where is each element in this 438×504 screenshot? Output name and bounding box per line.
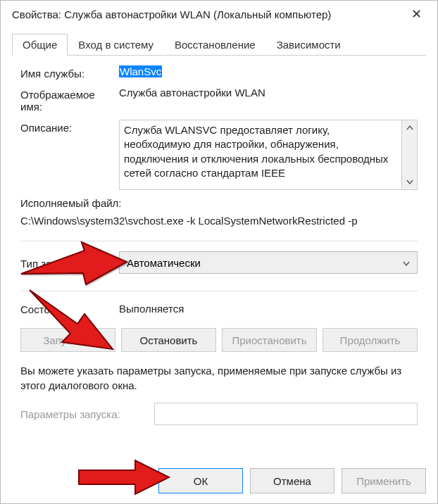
service-name-value: WlanSvc bbox=[119, 65, 418, 77]
startup-type-value: Автоматически bbox=[127, 257, 201, 269]
start-params-input bbox=[154, 403, 418, 425]
description-box: Служба WLANSVC предоставляет логику, нео… bbox=[119, 120, 418, 190]
apply-button: Применить bbox=[342, 468, 426, 493]
exe-path: C:\Windows\system32\svchost.exe -k Local… bbox=[20, 215, 418, 227]
scroll-up-icon[interactable] bbox=[402, 120, 417, 136]
pause-button: Приостановить bbox=[222, 328, 317, 352]
close-icon[interactable]: ✕ bbox=[402, 6, 430, 22]
separator bbox=[20, 291, 418, 291]
start-params-label: Параметры запуска: bbox=[20, 408, 154, 420]
description-text[interactable]: Служба WLANSVC предоставляет логику, нео… bbox=[119, 120, 402, 190]
scroll-down-icon[interactable] bbox=[402, 174, 417, 189]
startup-type-select[interactable]: Автоматически bbox=[119, 251, 418, 274]
chevron-down-icon bbox=[403, 257, 410, 269]
tab-dependencies[interactable]: Зависимости bbox=[266, 34, 351, 56]
exe-label: Исполняемый файл: bbox=[20, 197, 418, 209]
tab-general[interactable]: Общие bbox=[12, 34, 68, 56]
dialog-footer: ОК Отмена Применить bbox=[1, 461, 437, 503]
display-name-label: Отображаемое имя: bbox=[20, 87, 119, 113]
service-name-label: Имя службы: bbox=[20, 65, 119, 80]
separator bbox=[20, 241, 418, 241]
tab-recovery[interactable]: Восстановление bbox=[164, 34, 266, 56]
status-value: Выполняется bbox=[119, 303, 418, 315]
start-params-hint: Вы можете указать параметры запуска, при… bbox=[20, 363, 418, 393]
status-label: Состоя bbox=[20, 301, 119, 315]
description-scrollbar[interactable] bbox=[402, 120, 418, 190]
cancel-button[interactable]: Отмена bbox=[250, 468, 334, 493]
service-control-buttons: Запустить Остановить Приостановить Продо… bbox=[20, 328, 418, 352]
ok-button[interactable]: ОК bbox=[158, 468, 243, 493]
startup-type-label: Тип запуска: bbox=[20, 256, 119, 270]
tab-strip: Общие Вход в систему Восстановление Зави… bbox=[1, 27, 437, 56]
window-title: Свойства: Служба автонастройки WLAN (Лок… bbox=[12, 8, 331, 20]
titlebar: Свойства: Служба автонастройки WLAN (Лок… bbox=[1, 1, 437, 27]
service-properties-window: Свойства: Служба автонастройки WLAN (Лок… bbox=[0, 0, 438, 504]
display-name-value: Служба автонастройки WLAN bbox=[119, 87, 418, 99]
resume-button: Продолжить bbox=[323, 328, 418, 352]
tab-content-general: Имя службы: WlanSvc Отображаемое имя: Сл… bbox=[1, 56, 437, 461]
description-label: Описание: bbox=[20, 120, 119, 134]
tab-logon[interactable]: Вход в систему bbox=[68, 34, 164, 56]
start-button: Запустить bbox=[20, 328, 115, 352]
service-name-selected[interactable]: WlanSvc bbox=[119, 65, 162, 77]
stop-button[interactable]: Остановить bbox=[121, 328, 216, 352]
